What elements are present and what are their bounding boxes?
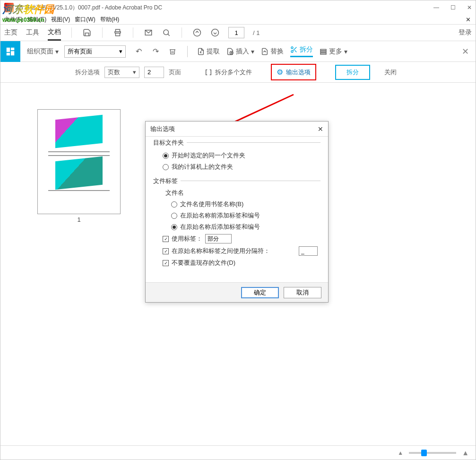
cancel-button[interactable]: 取消	[284, 287, 321, 298]
thumbnail-preview	[37, 109, 121, 214]
filename-label: 文件名	[165, 189, 318, 197]
rotate-right-icon[interactable]: ↷	[150, 46, 161, 57]
radio-icon	[171, 201, 177, 208]
zoom-small-icon[interactable]: ▲	[398, 450, 403, 456]
radio-icon	[171, 213, 177, 219]
svg-rect-0	[116, 33, 120, 36]
split-by-select[interactable]: 页数▾	[104, 67, 139, 78]
ok-button[interactable]: 确定	[241, 287, 279, 298]
pages-label: 页面	[169, 68, 181, 77]
svg-point-14	[291, 51, 293, 52]
separator	[71, 27, 72, 38]
target-folder-legend: 目标文件夹	[153, 139, 187, 147]
dialog-close-icon[interactable]: ✕	[318, 125, 323, 133]
separator	[187, 46, 188, 57]
checkbox-use-tag[interactable]: 使用标签：	[163, 234, 318, 243]
split-button[interactable]: 拆分	[290, 45, 313, 57]
tab-document[interactable]: 文档	[48, 25, 61, 41]
search-icon[interactable]	[162, 28, 171, 37]
tab-tools[interactable]: 工具	[26, 26, 39, 40]
svg-rect-9	[7, 52, 10, 55]
close-document-icon[interactable]: ✕	[466, 16, 471, 23]
top-toolbar: 主页 工具 文档 / 1 登录	[0, 24, 476, 41]
insert-button[interactable]: 插入 ▾	[226, 47, 254, 56]
split-multiple-button[interactable]: 拆分多个文件	[205, 68, 252, 77]
menubar: 文件(F) 编辑(E) 视图(V) 窗口(W) 帮助(H) ✕	[0, 15, 476, 24]
chevron-down-icon: ▾	[119, 48, 122, 55]
organize-dropdown[interactable]: 组织页面 ▾	[27, 47, 59, 56]
dialog-titlebar: 输出选项 ✕	[146, 122, 328, 137]
close-window-button[interactable]: ✕	[467, 4, 472, 11]
more-button[interactable]: 更多 ▾	[320, 47, 347, 56]
menu-help[interactable]: 帮助(H)	[100, 16, 120, 24]
svg-point-5	[212, 29, 219, 36]
replace-button[interactable]: 替换	[261, 47, 284, 56]
chevron-down-icon: ▾	[133, 69, 136, 76]
save-icon[interactable]	[82, 28, 92, 37]
tag-input[interactable]	[205, 234, 232, 243]
separator	[182, 27, 182, 38]
svg-point-13	[291, 47, 293, 49]
radio-same-folder[interactable]: 开始时选定的同一个文件夹	[163, 151, 318, 160]
radio-suffix[interactable]: 在原始名称后添加标签和编号	[171, 223, 318, 231]
menu-edit[interactable]: 编辑(E)	[27, 16, 46, 24]
rotate-left-icon[interactable]: ↶	[133, 46, 144, 57]
svg-rect-18	[320, 51, 326, 52]
output-options-button[interactable]: ⚙ 输出选项	[271, 64, 316, 80]
thumbnail-number: 1	[37, 216, 121, 223]
radio-icon	[163, 153, 169, 159]
email-icon[interactable]	[144, 28, 153, 37]
radio-computer-folder[interactable]: 我的计算机上的文件夹	[163, 163, 318, 171]
menu-file[interactable]: 文件(F)	[4, 16, 23, 24]
maximize-button[interactable]: ☐	[450, 4, 456, 11]
radio-icon	[171, 224, 177, 230]
radio-use-bookmark[interactable]: 文件名使用书签名称(B)	[171, 200, 318, 208]
login-button[interactable]: 登录	[459, 28, 472, 37]
file-label-group: 文件标签 文件名 文件名使用书签名称(B) 在原始名称前添加标签和编号 在原始名…	[153, 181, 320, 273]
menu-window[interactable]: 窗口(W)	[75, 16, 95, 24]
zoom-large-icon[interactable]: ▲	[462, 449, 469, 457]
page-number-input[interactable]	[228, 27, 244, 38]
output-options-dialog: 输出选项 ✕ 目标文件夹 开始时选定的同一个文件夹 我的计算机上的文件夹 文件标…	[145, 121, 329, 303]
split-run-button[interactable]: 拆分	[335, 65, 370, 80]
radio-icon	[163, 164, 169, 170]
delete-icon[interactable]	[167, 46, 178, 57]
page-up-icon[interactable]	[192, 28, 202, 37]
dialog-buttons: 确定 取消	[146, 282, 328, 302]
statusbar: ▲ ▲	[0, 445, 476, 460]
menu-view[interactable]: 视图(V)	[51, 16, 70, 24]
close-organize-icon[interactable]: ✕	[462, 46, 469, 57]
svg-point-2	[164, 30, 169, 35]
page-thumbnail[interactable]: 1	[37, 109, 121, 223]
page-filter-select[interactable]: 所有页面▾	[64, 45, 126, 58]
radio-prefix[interactable]: 在原始名称前添加标签和编号	[171, 211, 318, 220]
svg-rect-7	[11, 47, 14, 50]
zoom-handle[interactable]	[421, 450, 427, 456]
window-titlebar: 15 基础工程（V25.1.0）0007.pdf - Adobe Acrobat…	[0, 0, 476, 15]
print-icon[interactable]	[113, 28, 122, 37]
checkbox-icon	[163, 248, 169, 254]
target-folder-group: 目标文件夹 开始时选定的同一个文件夹 我的计算机上的文件夹	[153, 142, 320, 177]
dialog-title: 输出选项	[150, 125, 175, 133]
checkbox-no-overwrite[interactable]: 不要覆盖现存的文件(D)	[163, 259, 318, 267]
file-label-legend: 文件标签	[153, 177, 181, 185]
app-icon	[4, 3, 14, 12]
separator-input[interactable]	[299, 246, 318, 256]
organize-pages-icon[interactable]	[0, 41, 20, 62]
gear-icon: ⚙	[277, 68, 283, 77]
split-close-button[interactable]: 关闭	[384, 68, 397, 77]
split-count-input[interactable]	[144, 67, 164, 78]
svg-rect-6	[7, 47, 10, 52]
organize-toolbar: 组织页面 ▾ 所有页面▾ ↶ ↷ 提取 插入 ▾ 替换 拆分 更多 ▾ ✕	[0, 41, 476, 62]
extract-button[interactable]: 提取	[197, 47, 220, 56]
checkbox-use-separator[interactable]: 在原始名称和标签之间使用分隔符：	[163, 246, 318, 256]
svg-line-16	[294, 50, 296, 52]
svg-rect-8	[11, 51, 14, 55]
minimize-button[interactable]: —	[433, 4, 439, 11]
tab-home[interactable]: 主页	[4, 26, 17, 40]
page-down-icon[interactable]	[210, 28, 220, 37]
zoom-slider[interactable]	[409, 452, 456, 454]
separator	[102, 27, 103, 38]
window-title: 15 基础工程（V25.1.0）0007.pdf - Adobe Acrobat…	[17, 4, 162, 12]
separator	[133, 27, 133, 38]
